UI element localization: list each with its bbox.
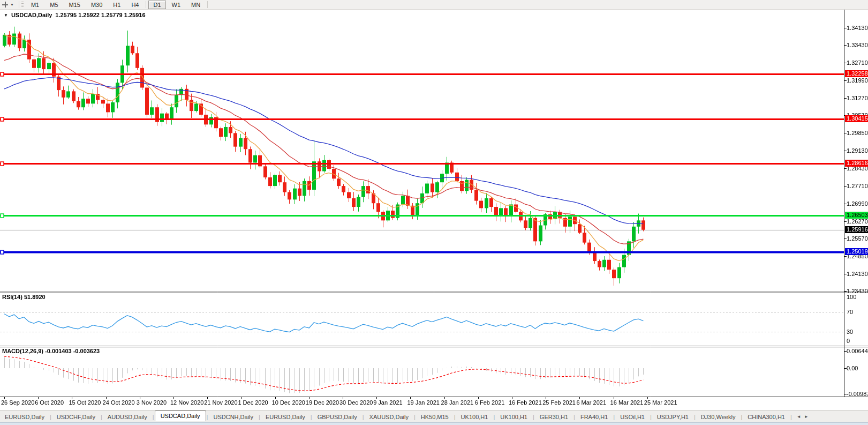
date-axis-label: 9 Jan 2021: [373, 399, 402, 406]
rsi-axis-label: 100: [847, 294, 856, 300]
price-axis-label: 1.26990: [847, 200, 868, 207]
chart-tab-usdcnh-daily[interactable]: USDCNH,Daily: [208, 413, 258, 421]
date-axis-label: 26 Sep 2020: [1, 399, 34, 406]
timeframe-button-m30[interactable]: M30: [86, 1, 107, 9]
bid-price-badge: 1.25916: [845, 226, 868, 233]
chart-title: ▼ USDCAD,Daily 1.25795 1.25922 1.25779 1…: [4, 12, 146, 18]
chart-tab-gbpusd-daily[interactable]: GBPUSD,Daily: [313, 413, 362, 421]
date-axis-label: 3 Nov 2020: [137, 399, 167, 406]
hline-price-badge: 1.32258: [845, 70, 868, 77]
price-axis-label: 1.31270: [847, 95, 868, 101]
price-axis-label: 1.25570: [847, 235, 868, 242]
price-axis-label: 1.34130: [847, 25, 868, 31]
chart-tab-usdjpy-h1[interactable]: USDJPY,H1: [652, 413, 693, 421]
toolbar-grip[interactable]: [21, 2, 24, 8]
price-axis-label: 1.33430: [847, 42, 868, 48]
macd-axis-label: 0.006444: [847, 348, 868, 354]
timeframe-button-mn[interactable]: MN: [186, 1, 205, 9]
chart-symbol-period: USDCAD,Daily: [11, 12, 52, 18]
rsi-axis-label: 30: [847, 329, 853, 335]
tab-separator: |: [790, 414, 792, 420]
rsi-axis-label: 0: [847, 338, 850, 344]
chart-tab-eurusd-daily[interactable]: EURUSD,Daily: [261, 413, 310, 421]
timeframe-button-group: M1M5M15M30H1H4D1W1MN: [26, 1, 209, 9]
price-axis-label: 1.24130: [847, 271, 868, 277]
date-axis-label: 15 Oct 2020: [69, 399, 101, 406]
date-axis-label: 6 Mar 2021: [576, 399, 606, 406]
chart-tab-usdcad-daily[interactable]: USDCAD,Daily: [155, 411, 206, 421]
price-chart-canvas[interactable]: [0, 0, 868, 425]
timeframe-button-m15[interactable]: M15: [64, 1, 85, 9]
date-axis-label: 16 Mar 2021: [610, 399, 644, 406]
date-axis-label: 28 Jan 2021: [441, 399, 474, 406]
chart-tab-uk100-h1[interactable]: UK100,H1: [495, 413, 532, 421]
date-axis-label: 25 Mar 2021: [644, 399, 677, 406]
toolbar: ▼ M1M5M15M30H1H4D1W1MN: [0, 0, 868, 10]
date-axis-label: 24 Oct 2020: [103, 399, 135, 406]
timeframe-button-h4[interactable]: H4: [126, 1, 144, 9]
chart-tab-fra40-h1[interactable]: FRA40,H1: [576, 413, 613, 421]
date-axis-label: 19 Dec 2020: [306, 399, 339, 406]
macd-axis-label: 0.00: [847, 365, 858, 371]
price-axis-label: 1.29130: [847, 147, 868, 154]
price-axis-label: 1.23430: [847, 288, 868, 294]
timeframe-button-m1[interactable]: M1: [26, 1, 44, 9]
chevron-down-icon[interactable]: ▼: [10, 3, 14, 6]
hline-price-badge: 1.30415: [845, 115, 868, 122]
price-axis-label: 1.32710: [847, 59, 868, 66]
price-axis-label: 1.29850: [847, 130, 868, 136]
tab-separator: |: [152, 414, 155, 420]
chart-tab-bar: EURUSD,Daily|USDCHF,Daily|AUDUSD,Daily|U…: [0, 410, 868, 423]
chart-tab-usdchf-daily[interactable]: USDCHF,Daily: [52, 413, 100, 421]
collapse-arrow-icon[interactable]: ▼: [4, 13, 8, 18]
timeframe-button-m5[interactable]: M5: [45, 1, 63, 9]
hline-price-badge: 1.25019: [845, 248, 868, 255]
terminal-window: { "toolbar": { "crosshair_icon": "crossh…: [0, 0, 868, 425]
price-axis-label: 1.27710: [847, 183, 868, 189]
chart-tab-xauusd-daily[interactable]: XAUUSD,Daily: [365, 413, 413, 421]
rsi-indicator-label: RSI(14) 51.8920: [2, 294, 46, 300]
timeframe-button-h1[interactable]: H1: [108, 1, 125, 9]
toolbar-separator: [19, 1, 19, 8]
chart-ohlc-values: 1.25795 1.25922 1.25779 1.25916: [55, 12, 145, 18]
chart-tab-ger30-h1[interactable]: GER30,H1: [535, 413, 573, 421]
timeframe-button-d1[interactable]: D1: [148, 1, 165, 9]
toolbar-separator: [146, 1, 146, 8]
date-axis-label: 16 Feb 2021: [509, 399, 542, 406]
toolbar-separator: [207, 1, 208, 8]
tab-scroll-arrows: ◄►: [797, 414, 809, 419]
chart-tab-hk50-m15[interactable]: HK50,M15: [416, 413, 454, 421]
date-axis-label: 19 Jan 2021: [407, 399, 440, 406]
date-axis-label: 6 Oct 2020: [35, 399, 64, 406]
crosshair-icon[interactable]: [2, 1, 9, 8]
price-axis-label: 1.26270: [847, 218, 868, 225]
chart-tab-dj30-weekly[interactable]: DJ30,Weekly: [696, 413, 741, 421]
date-axis-label: 21 Nov 2020: [204, 399, 237, 406]
bottom-strip: [0, 422, 868, 425]
date-axis-label: 6 Feb 2021: [475, 399, 505, 406]
chart-tab-china300-h1[interactable]: CHINA300,H1: [743, 413, 790, 421]
macd-axis-label: -0.009871: [847, 391, 868, 397]
chart-tab-audusd-daily[interactable]: AUDUSD,Daily: [103, 413, 152, 421]
macd-indicator-label: MACD(12,26,9) -0.001403 -0.003623: [2, 348, 100, 354]
chart-tab-eurusd-daily[interactable]: EURUSD,Daily: [0, 413, 49, 421]
price-axis-label: 1.31990: [847, 77, 868, 84]
hline-price-badge: 1.26503: [845, 212, 868, 219]
tab-scroll-left-icon[interactable]: ◄: [797, 414, 801, 419]
tab-scroll-right-icon[interactable]: ►: [804, 414, 809, 419]
chart-tab-usoil-h1[interactable]: USOil,H1: [615, 413, 650, 421]
date-axis-label: 10 Dec 2020: [272, 399, 305, 406]
timeframe-button-w1[interactable]: W1: [167, 1, 186, 9]
chart-tab-uk100-h1[interactable]: UK100,H1: [456, 413, 493, 421]
date-axis-label: 30 Dec 2020: [339, 399, 373, 406]
date-axis-label: 12 Nov 2020: [170, 399, 203, 406]
hline-price-badge: 1.28616: [845, 160, 868, 167]
date-axis-label: 25 Feb 2021: [542, 399, 576, 406]
date-axis-label: 1 Dec 2020: [238, 399, 268, 406]
rsi-axis-label: 70: [847, 309, 853, 315]
